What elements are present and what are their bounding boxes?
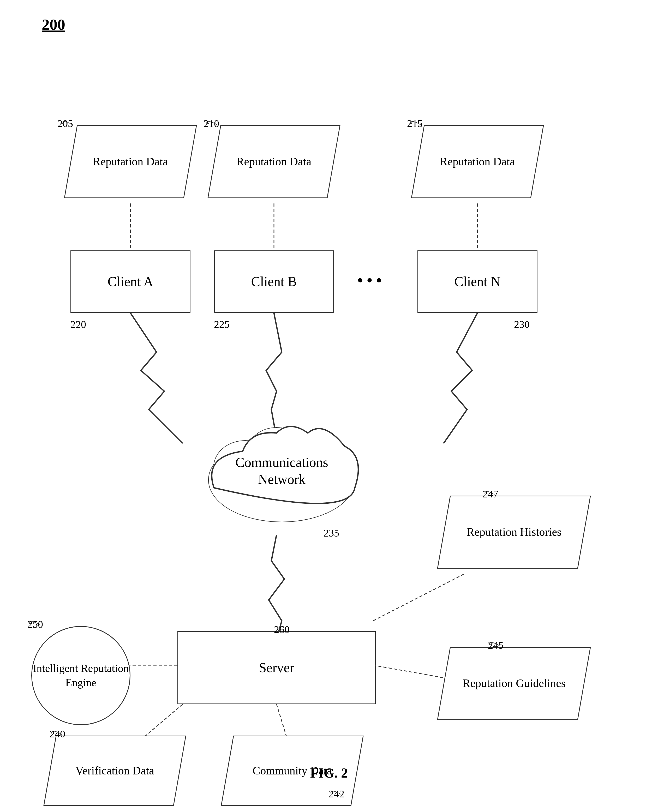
figure-label: FIG. 2	[310, 765, 348, 781]
ref-230: 230	[514, 318, 530, 330]
server-box: Server	[177, 631, 376, 704]
client-b-box: Client B	[214, 250, 334, 313]
reputation-guidelines: Reputation Guidelines	[437, 647, 591, 720]
reputation-data-215: Reputation Data	[411, 125, 544, 198]
communications-network-cloud: Communications Network	[190, 415, 373, 532]
reputation-data-205: Reputation Data	[64, 125, 197, 198]
svg-text:Communications: Communications	[235, 455, 328, 470]
intelligent-reputation-engine: Intelligent Reputation Engine	[31, 626, 130, 725]
ref-260: 260	[274, 623, 290, 636]
ref-235: 235	[324, 527, 339, 539]
svg-line-8	[277, 704, 287, 738]
svg-text:Network: Network	[258, 472, 306, 487]
reputation-histories: Reputation Histories	[437, 496, 591, 569]
client-n-box: Client N	[417, 250, 537, 313]
reputation-data-210: Reputation Data	[207, 125, 340, 198]
ellipsis: • • •	[357, 271, 382, 289]
figure-number: 200	[42, 16, 65, 34]
verification-data: Verification Data	[43, 735, 186, 806]
ref-220: 220	[70, 318, 86, 330]
client-a-box: Client A	[70, 250, 190, 313]
svg-line-5	[373, 574, 464, 621]
ref-225: 225	[214, 318, 230, 330]
